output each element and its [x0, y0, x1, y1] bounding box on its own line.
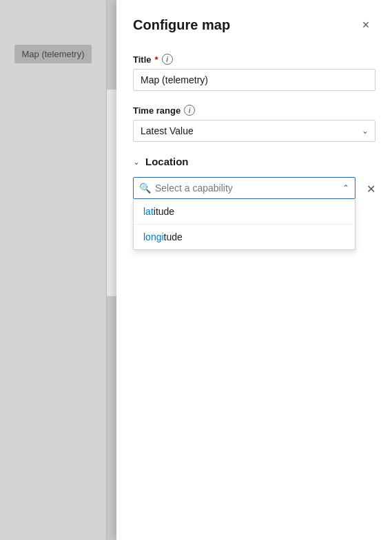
- map-telemetry-label: Map (telemetry): [14, 45, 91, 63]
- location-label: Location: [145, 156, 189, 167]
- capability-dropdown: latitude longitude: [133, 199, 355, 250]
- configure-map-panel: Configure map × Title * i Time range i L…: [116, 0, 392, 540]
- location-chevron-icon: ⌄: [133, 157, 140, 167]
- time-range-label: Time range i: [133, 105, 375, 116]
- panel-header: Configure map ×: [116, 0, 392, 45]
- time-range-label-text: Time range: [133, 105, 180, 116]
- dropdown-item-longitude[interactable]: longitude: [134, 225, 355, 249]
- dropdown-item-latitude[interactable]: latitude: [134, 199, 355, 225]
- time-range-field-group: Time range i Latest Value ⌄: [133, 105, 375, 142]
- search-icon: 🔍: [139, 183, 151, 194]
- panel-title: Configure map: [133, 17, 230, 33]
- time-range-select-wrapper: Latest Value ⌄: [133, 120, 375, 142]
- title-label: Title * i: [133, 54, 375, 65]
- search-chevron-icon[interactable]: ⌃: [342, 183, 349, 193]
- capability-clear-button[interactable]: ✕: [367, 183, 375, 196]
- title-label-text: Title: [133, 54, 152, 65]
- capability-search-container[interactable]: 🔍 ⌃: [133, 177, 355, 199]
- capability-row: 🔍 ⌃ latitude longitude ✕: [133, 177, 375, 199]
- background-left-panel: Map (telemetry): [0, 0, 107, 540]
- latitude-suffix: itude: [154, 206, 174, 217]
- title-info-icon[interactable]: i: [162, 54, 173, 65]
- required-indicator: *: [155, 54, 158, 65]
- location-section: ⌄ Location 🔍 ⌃ latitude: [133, 156, 375, 199]
- latitude-prefix: lat: [143, 206, 154, 217]
- time-range-select[interactable]: Latest Value: [133, 120, 375, 142]
- close-button[interactable]: ×: [356, 15, 375, 34]
- title-field-group: Title * i: [133, 54, 375, 91]
- title-input[interactable]: [133, 69, 375, 91]
- capability-search-wrapper: 🔍 ⌃ latitude longitude: [133, 177, 355, 199]
- time-range-info-icon[interactable]: i: [184, 105, 195, 116]
- panel-body: Title * i Time range i Latest Value ⌄ ⌄ …: [116, 45, 392, 540]
- longitude-suffix: tude: [164, 231, 183, 242]
- longitude-prefix: longi: [143, 231, 164, 242]
- location-section-header[interactable]: ⌄ Location: [133, 156, 375, 167]
- capability-search-input[interactable]: [155, 178, 338, 198]
